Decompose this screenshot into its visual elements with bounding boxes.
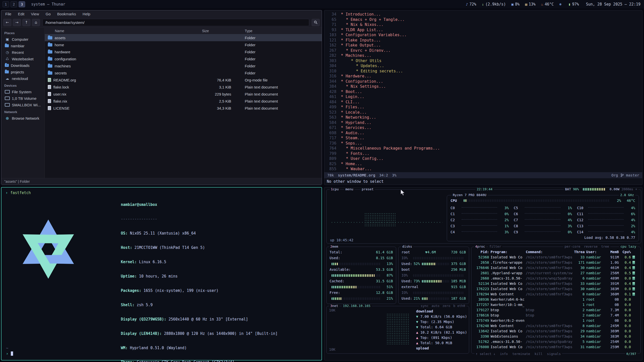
process-row[interactable]: 2658 .firefox-wrappe /nix/store/sm8fnrf3… [474, 260, 637, 265]
proc-col-program[interactable]: Program: [491, 249, 524, 255]
column-header-type[interactable]: Type [239, 29, 322, 33]
signals-key[interactable]: signals [547, 352, 561, 356]
org-heading-line[interactable]: 384 * Nix Settings... [324, 84, 642, 89]
table-row[interactable]: LICENSE 34,3 KiB Plain text document [45, 105, 322, 112]
table-row[interactable]: user.nix 229 bytes Plain text document [45, 90, 322, 98]
process-row[interactable]: 175749 kworker/6:2-even 1 root 0B 0.0 [474, 318, 637, 323]
table-row[interactable]: flake.nix 2,5 KiB Plain text document [45, 98, 322, 105]
org-heading-line[interactable]: 282 * Machines... [324, 53, 642, 58]
org-heading-line[interactable]: 303 * Other Utils [324, 58, 642, 64]
org-heading-line[interactable]: 310 * Editing secrets... [324, 69, 642, 74]
sidebar-item[interactable]: File System [1, 88, 45, 95]
org-heading-line[interactable]: 671 * Services... [324, 125, 642, 130]
org-heading-line[interactable]: 799 * Fonts... [324, 151, 642, 156]
process-row[interactable]: 2601 .Hyprland-wrapp /run/current-system… [474, 270, 637, 276]
sidebar-item[interactable]: SMALLBOX Wi... [1, 102, 45, 108]
process-row[interactable]: 38936 kworker/u64:6-kc 1 root 0B 0.0 [474, 297, 637, 302]
workspace-button[interactable]: 1 [3, 1, 9, 7]
menu-item[interactable]: Go [46, 12, 51, 16]
org-heading-line[interactable]: 428 * Boot... [324, 89, 642, 95]
org-heading-line[interactable]: 162 * Flake Output... [324, 43, 642, 48]
org-heading-line[interactable]: 461 * Login... [324, 94, 642, 100]
org-heading-line[interactable]: 855 * Waubar... [324, 166, 642, 172]
info-key[interactable]: info [500, 352, 508, 356]
home-button[interactable]: ⌂ [32, 19, 40, 26]
org-heading-line[interactable]: 71 * Nix & Nixos... [324, 22, 642, 27]
org-heading-line[interactable]: 103 * Configuration Variables... [324, 32, 642, 38]
process-row[interactable]: 179127 btop btop 2 nambiar 7.3M 0.0 [474, 307, 637, 313]
process-row[interactable]: 178248 Web Content /nix/store/sm8fnrf3wp… [474, 323, 637, 329]
disks-box-title[interactable]: disks [401, 245, 413, 248]
org-heading-line[interactable]: 267 * Envrc + Direnv... [324, 48, 642, 53]
table-row[interactable]: machines Folder [45, 62, 322, 69]
table-row[interactable]: configuration Folder [45, 55, 322, 62]
tree-toggle[interactable]: tree [601, 245, 609, 248]
net-box-title[interactable]: 3net [329, 304, 339, 308]
table-row[interactable]: flake.lock 3,1 KiB Plain text document [45, 83, 322, 90]
preset-button[interactable]: preset [360, 187, 375, 191]
table-row[interactable]: secrets Folder [45, 69, 322, 76]
major-mode[interactable]: Org [611, 173, 618, 177]
menu-item[interactable]: Help [83, 12, 90, 16]
select-key[interactable]: ↑ select ↓ [476, 352, 495, 356]
git-branch[interactable]: master [626, 173, 639, 177]
org-heading-line[interactable]: 304 * Updates... [324, 63, 642, 69]
sidebar-item[interactable]: 1,0 TB Volume [1, 95, 45, 102]
process-row[interactable]: 51762 .emacs-31.0.50- /nix/store/wnqz5pa… [474, 339, 637, 344]
kill-key[interactable]: kill [535, 352, 542, 356]
workspace-button[interactable]: 3 [19, 1, 25, 7]
process-row[interactable]: 177257 kworker/10:1-mm_ 1 root 0B 0.0 [474, 302, 637, 307]
net-toggle-interface[interactable]: b eth0 [453, 304, 465, 308]
net-toggle-zero[interactable]: zero [442, 304, 450, 308]
process-row[interactable]: 13642 Isolated Web Co /nix/store/sm8fnrf… [474, 329, 637, 334]
sidebar-item[interactable]: Downloads [1, 62, 45, 69]
process-row[interactable]: 176646 Isolated Web Co /nix/store/sm8fnr… [474, 265, 637, 270]
org-heading-line[interactable]: 344 * Configuration... [324, 79, 642, 84]
org-heading-line[interactable]: 499 * Files... [324, 105, 642, 110]
org-heading-line[interactable]: 34 * Introduction... [324, 12, 642, 17]
net-toggle-auto[interactable]: auto [431, 304, 439, 308]
menu-item[interactable]: View [31, 12, 39, 16]
terminate-key[interactable]: terminate [512, 352, 530, 356]
org-heading-line[interactable]: 736 * Sops... [324, 141, 642, 146]
proc-col-user[interactable]: User: [586, 249, 604, 255]
menu-item[interactable]: Bookmarks [57, 12, 76, 16]
process-row[interactable]: 52368 Isolated Web Co /nix/store/sm8fnrf… [474, 255, 637, 260]
org-heading-line[interactable]: 809 * User Config... [324, 156, 642, 161]
filter-button[interactable]: filter [488, 245, 502, 248]
sidebar-item[interactable]: nextcloud [1, 75, 45, 82]
search-button[interactable] [312, 19, 320, 26]
process-row[interactable]: 3390 WebExtensions /nix/store/sm8fnrf3wp… [474, 334, 637, 339]
cpu-box-title[interactable]: 1cpu [330, 187, 340, 191]
process-row[interactable]: 178616 btop btop 2 nambiar 7.4M 0.0 [474, 313, 637, 318]
menu-button[interactable]: menu [344, 187, 354, 191]
net-toggle-sync[interactable]: sync [421, 304, 428, 308]
menu-item[interactable]: Edit [18, 12, 24, 16]
table-row[interactable]: assets Folder [45, 34, 322, 41]
forward-button[interactable]: → [13, 19, 21, 26]
table-row[interactable]: README.org 76,4 KiB Org-mode file [45, 76, 322, 83]
proc-col-command[interactable]: Command: [526, 249, 573, 255]
org-heading-line[interactable]: 825 * Home... [324, 161, 642, 167]
shell-prompt[interactable]: ~ › [6, 345, 13, 356]
process-row[interactable]: 52134 Isolated Web Co /nix/store/sm8fnrf… [474, 281, 637, 286]
org-heading-line[interactable]: 93 * TLDR App List... [324, 27, 642, 33]
org-heading-line[interactable]: 316 * Hardware... [324, 74, 642, 79]
sidebar-item[interactable]: Wastebasket [1, 56, 45, 62]
sidebar-item[interactable]: Computer [1, 36, 45, 42]
org-heading-line[interactable]: 764 * Miscellaneous Packages and Program… [324, 146, 642, 151]
process-row[interactable]: 176223 Isolated Web Co /nix/store/sm8fnr… [474, 286, 637, 292]
column-header-size[interactable]: Size [201, 29, 239, 33]
proc-col-pid[interactable]: Pid: [474, 249, 489, 255]
org-heading-line[interactable]: 563 * Networking... [324, 115, 642, 120]
proc-col-threads[interactable]: Threads: [574, 249, 585, 255]
proc-box-title[interactable]: 4proc [474, 245, 486, 248]
up-button[interactable]: ↑ [22, 19, 30, 26]
reverse-toggle[interactable]: reverse [584, 245, 598, 248]
org-heading-line[interactable]: 717 * Steam... [324, 135, 642, 141]
org-heading-line[interactable]: 523 * Locale... [324, 110, 642, 115]
mem-box-title[interactable]: 2mem [329, 245, 339, 248]
back-button[interactable]: ← [3, 19, 11, 26]
process-row[interactable]: 178294 Web Content /nix/store/sm8fnrf3wp… [474, 292, 637, 297]
process-row[interactable]: 176000 Isolated Web Co /nix/store/sm8fnr… [474, 344, 637, 350]
